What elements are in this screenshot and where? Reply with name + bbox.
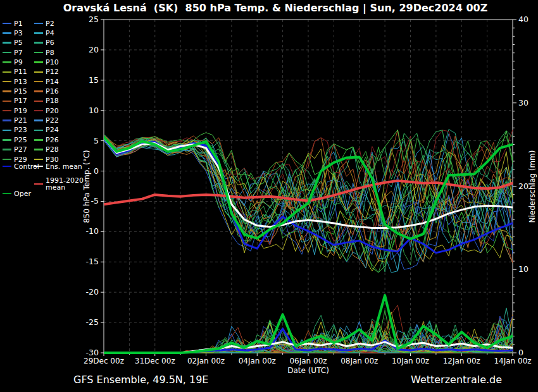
site-credit-text: Wetterzentrale.de <box>411 374 502 386</box>
ensemble-plume-chart: 2520151050-5-10-15-20-25-3040302010029De… <box>0 0 538 392</box>
temp-tick-label: 25 <box>89 15 99 24</box>
date-tick-label: 10Jan 00z <box>392 357 429 365</box>
temp-tick-label: -20 <box>86 287 99 297</box>
member-temp-line <box>104 130 513 188</box>
temp-tick-label: 10 <box>89 106 99 115</box>
precip-tick-label: 20 <box>518 181 529 191</box>
temp-tick-label: 0 <box>94 166 99 176</box>
date-tick-label: 06Jan 00z <box>289 357 327 365</box>
temp-tick-label: -10 <box>86 226 99 236</box>
date-tick-label: 31Dec 00z <box>135 357 175 365</box>
model-info-text: GFS Ensemble, 49.5N, 19E <box>73 374 208 386</box>
temp-tick-label: -5 <box>91 196 99 205</box>
date-tick-label: 14Jan 00z <box>494 357 531 365</box>
precip-tick-label: 30 <box>518 98 529 107</box>
precip-axis-label: Niederschlag (mm) <box>528 150 537 223</box>
temp-tick-label: -15 <box>86 257 99 266</box>
precip-tick-label: 40 <box>518 15 529 24</box>
precip-tick-label: 0 <box>518 348 523 357</box>
date-tick-label: 29Dec 00z <box>84 357 124 365</box>
ensemble-meteogram-page: Oravská Lesná (SK) 850 hPa Temp. & Niede… <box>0 0 538 392</box>
date-tick-label: 12Jan 00z <box>443 357 480 365</box>
temp-tick-label: 20 <box>89 45 99 54</box>
temp-tick-label: -30 <box>86 348 99 357</box>
temp-tick-label: -25 <box>86 317 99 327</box>
precip-tick-label: 10 <box>518 264 529 274</box>
date-tick-label: 08Jan 00z <box>341 357 378 365</box>
temp-axis-label: 850 hPa Temp. (°C) <box>82 150 91 223</box>
date-tick-label: 02Jan 00z <box>187 357 225 365</box>
temp-tick-label: 5 <box>94 136 99 145</box>
date-tick-label: 04Jan 00z <box>239 357 276 365</box>
date-axis-label: Date (UTC) <box>287 366 329 375</box>
temp-tick-label: 15 <box>89 75 99 85</box>
